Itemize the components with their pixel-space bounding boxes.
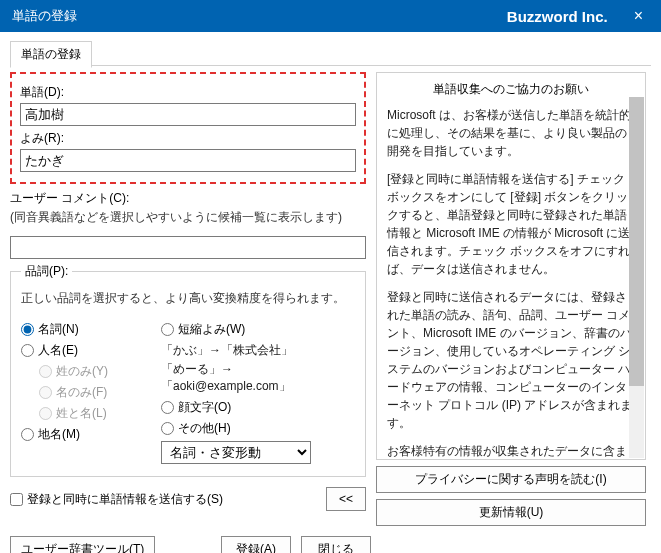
radio-other-label: その他(H) [178,420,231,437]
radio-noun[interactable]: 名詞(N) [21,321,79,338]
user-dict-button[interactable]: ユーザー辞書ツール(T) [10,536,155,553]
scrollbar[interactable] [629,97,644,458]
radio-surname: 姓のみ(Y) [39,363,108,380]
example-1: 「かぶ」→「株式会社」 [161,342,355,359]
comment-input[interactable] [10,236,366,259]
radio-short[interactable]: 短縮よみ(W) [161,321,245,338]
window-title: 単語の登録 [12,7,507,25]
pos-hint: 正しい品詞を選択すると、より高い変換精度を得られます。 [21,290,355,307]
info-p2: [登録と同時に単語情報を送信する] チェック ボックスをオンにして [登録] ボ… [387,170,635,278]
close-icon[interactable]: × [628,7,649,25]
info-text: Microsoft は、お客様が送信した単語を統計的に処理し、その結果を基に、よ… [387,106,635,460]
comment-label: ユーザー コメント(C): [10,190,366,207]
pos-select[interactable]: 名詞・さ変形動 [161,441,311,464]
update-button[interactable]: 更新情報(U) [376,499,646,526]
radio-noun-label: 名詞(N) [38,321,79,338]
radio-place[interactable]: 地名(M) [21,426,80,443]
highlight-box: 単語(D): よみ(R): [10,72,366,184]
info-p4: お客様特有の情報が収集されたデータに含まれることがあります。このような情報が存在… [387,442,635,460]
send-checkbox[interactable]: 登録と同時に単語情報を送信する(S) [10,491,318,508]
reading-label: よみ(R): [20,130,356,147]
radio-other[interactable]: その他(H) [161,420,231,437]
radio-person-label: 人名(E) [38,342,78,359]
close-button[interactable]: 閉じる [301,536,371,553]
example-2: 「めーる」→「aoki@example.com」 [161,361,355,395]
radio-emoji-label: 顔文字(O) [178,399,231,416]
reading-input[interactable] [20,149,356,172]
send-checkbox-label: 登録と同時に単語情報を送信する(S) [27,491,223,508]
titlebar: 単語の登録 Buzzword Inc. × [0,0,661,32]
radio-fullname: 姓と名(L) [39,405,107,422]
privacy-button[interactable]: プライバシーに関する声明を読む(I) [376,466,646,493]
radio-emoji[interactable]: 顔文字(O) [161,399,231,416]
radio-place-label: 地名(M) [38,426,80,443]
pos-legend: 品詞(P): [21,263,72,280]
scroll-thumb[interactable] [629,97,644,386]
tab-strip: 単語の登録 [10,40,651,66]
radio-given: 名のみ(F) [39,384,107,401]
pos-group: 品詞(P): 正しい品詞を選択すると、より高い変換精度を得られます。 名詞(N)… [10,263,366,477]
info-p1: Microsoft は、お客様が送信した単語を統計的に処理し、その結果を基に、よ… [387,106,635,160]
word-input[interactable] [20,103,356,126]
collapse-button[interactable]: << [326,487,366,511]
info-p3: 登録と同時に送信されるデータには、登録された単語の読み、語句、品詞、ユーザー コ… [387,288,635,432]
word-label: 単語(D): [20,84,356,101]
comment-hint: (同音異義語などを選択しやすいように候補一覧に表示します) [10,209,366,226]
info-box: 単語収集へのご協力のお願い Microsoft は、お客様が送信した単語を統計的… [376,72,646,460]
tab-register[interactable]: 単語の登録 [10,41,92,68]
register-button[interactable]: 登録(A) [221,536,291,553]
radio-person[interactable]: 人名(E) [21,342,78,359]
radio-short-label: 短縮よみ(W) [178,321,245,338]
brand-label: Buzzword Inc. [507,8,608,25]
info-title: 単語収集へのご協力のお願い [387,81,635,98]
